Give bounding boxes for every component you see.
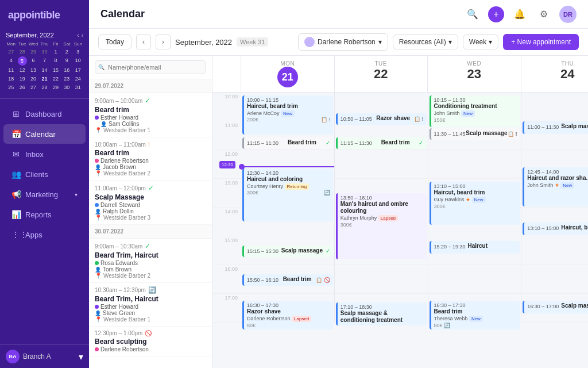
mini-cal-day[interactable]: 29 xyxy=(28,48,38,56)
appt-block[interactable]: 11:30 – 11:45 Scalp massage 📋 ! xyxy=(430,128,520,140)
appt-block[interactable]: 12:30 – 14:20 Haircut and coloring Court… xyxy=(242,168,333,221)
sidebar-item-dashboard[interactable]: ⊞ Dashboard xyxy=(3,104,86,124)
mini-cal-day[interactable]: 27 xyxy=(6,48,16,56)
day-col-thu[interactable]: 11:00 – 11:30 Scalp mass... 12:45 – 14:0… xyxy=(521,93,588,323)
sidebar-item-clients[interactable]: 👥 Clients xyxy=(3,164,86,184)
appt-block[interactable]: 13:50 – 16:10 Man's haircut and ombre co… xyxy=(336,193,427,259)
appt-price: 300€ xyxy=(434,204,446,209)
mini-cal-day[interactable]: 28 xyxy=(17,48,27,56)
mini-cal-day[interactable]: 13 xyxy=(28,66,38,74)
appt-block[interactable]: 10:00 – 11:15 Haircut, beard trim Arlene… xyxy=(242,95,333,135)
mini-cal-day[interactable]: 29 xyxy=(51,83,61,91)
mini-cal-day[interactable]: 28 xyxy=(39,83,49,91)
mini-cal-day[interactable]: 9 xyxy=(61,56,72,66)
mini-cal-day[interactable]: 31 xyxy=(73,83,83,91)
day-header-thu: THU 24 xyxy=(521,56,589,92)
search-icon-topbar[interactable]: 🔍 xyxy=(464,6,481,23)
appt-block[interactable]: 11:15 – 11:30 Beard trim ✓ xyxy=(336,137,427,149)
mini-cal-next[interactable]: › xyxy=(82,32,83,39)
mini-cal-day[interactable]: 10 xyxy=(73,56,83,66)
day-col-tue[interactable]: 10:50 – 11:05 Razor shave 📋 ! 11:15 – 11… xyxy=(335,93,428,323)
mini-cal-day[interactable]: 7 xyxy=(39,56,49,66)
mini-cal-day[interactable]: 30 xyxy=(61,83,72,91)
appt-title: Haircut xyxy=(468,243,488,250)
view-selector[interactable]: Week ▾ xyxy=(463,34,498,49)
mini-cal-day[interactable]: 17 xyxy=(73,66,83,74)
appt-price: 80€ xyxy=(247,323,256,328)
appt-block[interactable]: 10:50 – 11:05 Razor shave 📋 ! xyxy=(336,113,427,125)
staff-selector[interactable]: Darlene Robertson ▾ xyxy=(298,33,388,51)
marketing-icon: 📢 xyxy=(11,190,21,199)
search-input[interactable] xyxy=(95,60,206,74)
search-wrap xyxy=(95,60,206,74)
mini-cal-day[interactable]: 19 xyxy=(17,75,27,83)
sidebar-item-calendar[interactable]: 📅 Calendar xyxy=(3,124,86,144)
mini-cal-day[interactable]: 26 xyxy=(17,83,27,91)
prev-week-button[interactable]: ‹ xyxy=(136,34,151,49)
next-week-button[interactable]: › xyxy=(156,34,171,49)
list-item[interactable]: 10:00am – 11:00am ! Beard trim Darlene R… xyxy=(89,137,212,181)
mini-cal-day[interactable]: 27 xyxy=(28,83,38,91)
sidebar-item-inbox[interactable]: ✉ Inbox xyxy=(3,144,86,164)
appt-block[interactable]: 11:00 – 11:30 Scalp mass... xyxy=(523,121,588,134)
mini-cal-day[interactable]: 15 xyxy=(51,66,61,74)
branch-selector[interactable]: BA Branch A ▾ xyxy=(0,344,89,368)
mini-cal-day[interactable]: 8 xyxy=(51,56,61,66)
appt-block[interactable]: 16:30 – 17:30 Razor shave Darlene Robert… xyxy=(242,301,333,329)
mini-cal-day[interactable]: 23 xyxy=(61,75,72,83)
appt-block[interactable]: 13:10 – 15:00 Haircut, bea... xyxy=(523,223,588,235)
mini-cal-day[interactable]: 24 xyxy=(73,75,83,83)
appt-block[interactable]: 16:30 – 17:00 Scalp mass... xyxy=(523,301,588,313)
mini-cal-day-today[interactable]: 5 xyxy=(18,56,27,66)
appt-time-range: 10:15 – 11:30 xyxy=(434,97,517,103)
appt-block[interactable]: 12:45 – 14:00 Haircut and razor sha... J… xyxy=(523,167,588,206)
mini-cal-day[interactable]: 2 xyxy=(61,48,72,56)
appt-block[interactable]: 10:15 – 11:30 Conditioning treatment Joh… xyxy=(430,95,520,127)
mini-cal-day[interactable]: 30 xyxy=(39,48,49,56)
day-col-mon[interactable]: 12:30 10:00 – 11:15 Haircut, beard trim … xyxy=(241,93,335,323)
bell-icon[interactable]: 🔔 xyxy=(511,6,528,23)
list-item[interactable]: 12:30pm – 1:00pm 🚫 Beard sculpting Darle… xyxy=(89,327,212,356)
mini-cal-prev[interactable]: ‹ xyxy=(77,32,79,39)
appt-block[interactable]: 15:15 – 15:30 Scalp massage ✓ xyxy=(242,246,333,257)
new-appointment-button[interactable]: + New appointment xyxy=(503,34,579,50)
appt-block[interactable]: 13:10 – 15:00 Haircut, beard trim Guy Ha… xyxy=(430,182,520,225)
mini-cal-day[interactable]: 25 xyxy=(6,83,16,91)
mini-cal-day[interactable]: 6 xyxy=(28,56,38,66)
list-item[interactable]: 11:00am – 12:00pm ✓ Scalp Massage Darrel… xyxy=(89,181,212,225)
mini-cal-day[interactable]: 12 xyxy=(17,66,27,74)
mini-cal-day[interactable]: 21 xyxy=(39,75,49,83)
sidebar-item-apps[interactable]: ⋮⋮ Apps xyxy=(3,225,86,244)
user-avatar[interactable]: DR xyxy=(559,6,577,23)
mini-cal-day[interactable]: 14 xyxy=(39,66,49,74)
resources-selector[interactable]: Resources (All) ▾ xyxy=(393,34,458,49)
mini-cal-day[interactable]: 3 xyxy=(73,48,83,56)
settings-icon[interactable]: ⚙ xyxy=(535,6,552,23)
appt-title: Scalp massage xyxy=(281,247,323,254)
mini-cal-day[interactable]: 20 xyxy=(28,75,38,83)
appt-person: Theresa Webb New xyxy=(434,316,517,322)
appt-staff: Esther Howard xyxy=(95,304,206,310)
mini-cal-day[interactable]: 1 xyxy=(51,48,61,56)
list-item[interactable]: 9:00am – 10:30am ✓ Beard Trim, Haircut R… xyxy=(89,239,212,283)
add-button[interactable]: + xyxy=(488,6,504,22)
sidebar-item-marketing[interactable]: 📢 Marketing xyxy=(3,185,86,204)
appt-block[interactable]: 11:15 – 11:30 Beard trim ✓ xyxy=(242,137,333,149)
mini-cal-day[interactable]: 16 xyxy=(61,66,72,74)
list-item[interactable]: 9:00am – 10:00am ✓ Beard trim Esther How… xyxy=(89,93,212,137)
today-button[interactable]: Today xyxy=(98,34,131,49)
mini-cal-day[interactable]: 11 xyxy=(6,66,16,74)
mini-cal-day[interactable]: 4 xyxy=(6,56,16,66)
mini-cal-day[interactable]: 18 xyxy=(6,75,16,83)
appt-block[interactable]: 15:20 – 19:30 Haircut xyxy=(430,241,520,254)
day-col-wed[interactable]: 10:15 – 11:30 Conditioning treatment Joh… xyxy=(428,93,522,323)
mini-calendar: September, 2022 ‹ › Mon Tue Wed Thu Fri … xyxy=(0,27,89,96)
sidebar-item-reports[interactable]: 📊 Reports xyxy=(3,205,86,224)
appt-block[interactable]: 15:50 – 16:10 Beard trim 📋 🚫 xyxy=(242,274,333,286)
appt-block[interactable]: 16:30 – 17:30 Beard trim Theresa Webb Ne… xyxy=(430,301,520,329)
branch-chevron-icon: ▾ xyxy=(79,351,83,362)
mini-cal-day[interactable]: 22 xyxy=(51,75,61,83)
appt-block[interactable]: 17:10 – 18:30 Scalp massage & conditioni… xyxy=(336,302,427,325)
list-item[interactable]: 10:30am – 12:30pm 🔄 Beard Trim, Haircut … xyxy=(89,283,212,327)
day-header-tue: TUE 22 xyxy=(335,56,428,92)
